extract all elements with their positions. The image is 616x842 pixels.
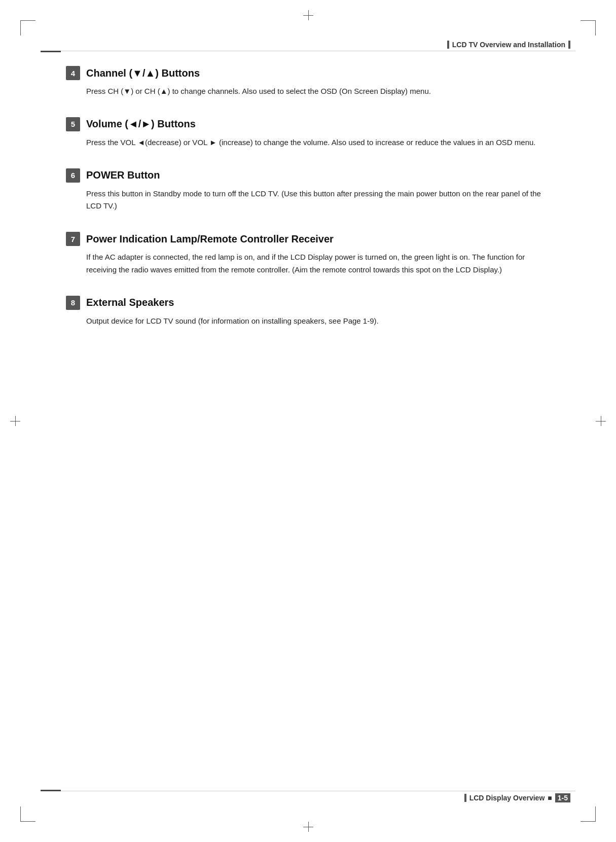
section-8-badge: 8 — [66, 296, 80, 310]
header-area: LCD TV Overview and Installation — [447, 41, 570, 49]
section-6-header: 6 POWER Button — [66, 168, 550, 183]
section-8-header: 8 External Speakers — [66, 296, 550, 310]
section-7: 7 Power Indication Lamp/Remote Controlle… — [66, 232, 550, 276]
section-4-body: Press CH (▼) or CH (▲) to change channel… — [86, 85, 550, 98]
section-7-header: 7 Power Indication Lamp/Remote Controlle… — [66, 232, 550, 246]
section-5-title: Volume (◄/►) Buttons — [86, 118, 196, 130]
section-5: 5 Volume (◄/►) Buttons Press the VOL ◄(d… — [66, 117, 550, 149]
section-4: 4 Channel (▼/▲) Buttons Press CH (▼) or … — [66, 66, 550, 98]
crosshair-right — [596, 416, 606, 426]
header-bar-accent-right — [568, 41, 570, 49]
header-bar-accent — [447, 41, 449, 49]
footer-bar-accent — [464, 794, 466, 802]
section-7-body: If the AC adapter is connected, the red … — [86, 251, 550, 276]
page-number: 1-5 — [555, 793, 570, 802]
footer-bar — [41, 790, 61, 791]
section-4-title: Channel (▼/▲) Buttons — [86, 67, 200, 79]
corner-mark-top-left — [20, 20, 35, 36]
section-6-title: POWER Button — [86, 169, 160, 181]
section-5-header: 5 Volume (◄/►) Buttons — [66, 117, 550, 131]
section-5-badge: 5 — [66, 117, 80, 131]
crosshair-bottom — [303, 822, 313, 832]
crosshair-left — [10, 416, 20, 426]
footer-bullet: ■ — [548, 794, 552, 802]
corner-mark-bottom-right — [581, 806, 596, 822]
section-8-title: External Speakers — [86, 297, 174, 308]
section-8: 8 External Speakers Output device for LC… — [66, 296, 550, 328]
main-content: 4 Channel (▼/▲) Buttons Press CH (▼) or … — [66, 66, 550, 407]
section-7-badge: 7 — [66, 232, 80, 246]
corner-mark-top-right — [581, 20, 596, 36]
crosshair-top — [303, 10, 313, 20]
section-4-header: 4 Channel (▼/▲) Buttons — [66, 66, 550, 80]
footer-area: LCD Display Overview ■ 1-5 — [464, 793, 570, 802]
header-title: LCD TV Overview and Installation — [452, 41, 565, 49]
section-6-badge: 6 — [66, 168, 80, 183]
page: LCD TV Overview and Installation LCD Dis… — [0, 0, 616, 842]
section-8-body: Output device for LCD TV sound (for info… — [86, 315, 550, 328]
footer-rule — [41, 791, 575, 791]
section-7-title: Power Indication Lamp/Remote Controller … — [86, 233, 334, 245]
section-5-body: Press the VOL ◄(decrease) or VOL ► (incr… — [86, 136, 550, 149]
section-6-body: Press this button in Standby mode to tur… — [86, 188, 550, 213]
corner-mark-bottom-left — [20, 806, 35, 822]
section-4-badge: 4 — [66, 66, 80, 80]
header-rule — [41, 51, 575, 51]
header-bar — [41, 51, 61, 52]
section-6: 6 POWER Button Press this button in Stan… — [66, 168, 550, 213]
footer-label: LCD Display Overview — [469, 794, 545, 802]
